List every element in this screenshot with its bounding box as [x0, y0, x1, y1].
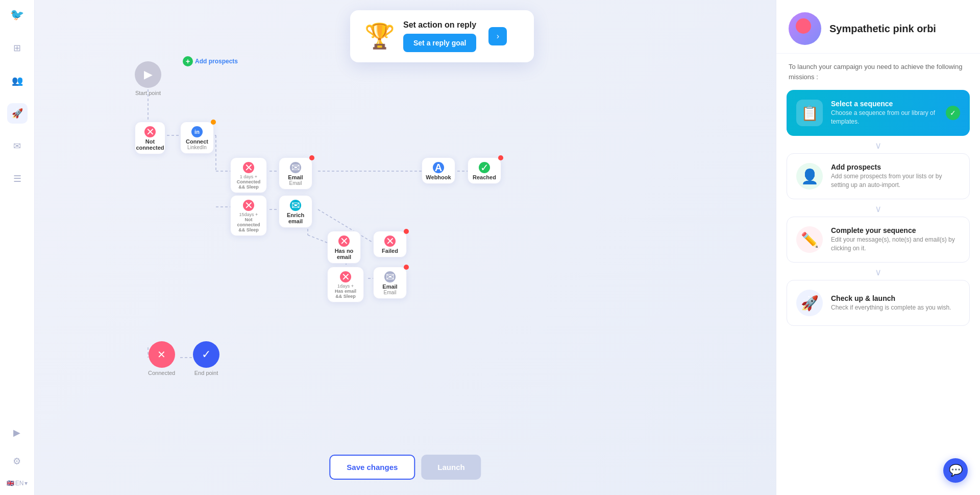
sidebar-item-users[interactable]: 👥 — [7, 70, 28, 91]
add-prospects-mission-icon: 👤 — [801, 168, 819, 185]
connected-bottom-node[interactable]: ✕ Connected — [148, 341, 175, 376]
save-changes-button[interactable]: Save changes — [329, 455, 415, 480]
connect-title: Connect — [186, 138, 208, 145]
select-sequence-text: Select a sequence Choose a sequence from… — [831, 100, 938, 126]
flag-icon: 🇬🇧 — [7, 480, 14, 487]
not-connected-icon: ✕ — [144, 126, 156, 137]
campaign-title: Sympathetic pink orbi — [829, 23, 936, 35]
has-email-sleep-node[interactable]: ✕ 1days +Has email&& Sleep — [327, 267, 364, 302]
red-dot-2 — [404, 265, 409, 270]
check-launch-title: Check up & launch — [831, 294, 951, 302]
sidebar-item-menu[interactable]: ☰ — [7, 169, 28, 189]
reached-icon: ✓ — [479, 162, 490, 173]
has-email-sleep-icon: ✕ — [340, 271, 351, 282]
chat-bubble-button[interactable]: 💬 — [943, 458, 968, 483]
mission-select-sequence[interactable]: 📋 Select a sequence Choose a sequence fr… — [787, 90, 970, 136]
add-prospects-mission-desc: Add some prospects from your lists or by… — [831, 172, 960, 190]
red-dot-reached — [498, 155, 503, 160]
chevron-1: ∨ — [787, 138, 970, 153]
bottom-bar: Save changes Launch — [329, 455, 481, 480]
reached-title: Reached — [473, 174, 496, 180]
chevron-2: ∨ — [787, 201, 970, 217]
sidebar-item-settings[interactable]: ⚙ — [7, 451, 27, 472]
sidebar-item-home[interactable]: ⊞ — [7, 38, 28, 58]
has-no-email-icon: ✕ — [338, 235, 350, 247]
add-prospects-button[interactable]: + Add prospects — [183, 56, 238, 66]
complete-sequence-text: Complete your sequence Edit your message… — [831, 226, 960, 253]
check-launch-text: Check up & launch Check if everything is… — [831, 294, 951, 312]
connected-sleep-node[interactable]: ✕ 1 days +Connected&& Sleep — [230, 157, 267, 193]
add-prospects-mission-title: Add prospects — [831, 163, 960, 171]
reply-goal-popup: 🏆 Set action on reply Set a reply goal › — [350, 10, 534, 62]
end-circle-icon: ✓ — [193, 341, 219, 368]
chevron-down-icon: ▾ — [24, 480, 28, 487]
add-prospects-text: Add prospects Add some prospects from yo… — [831, 163, 960, 190]
complete-sequence-desc: Edit your message(s), note(s) and email(… — [831, 235, 960, 253]
sidebar-item-play[interactable]: ▶ — [7, 422, 27, 443]
not-connected-sleep-icon: ✕ — [243, 200, 254, 211]
sidebar-item-email[interactable]: ✉ — [7, 136, 28, 156]
linkedin-icon: in — [191, 126, 203, 137]
not-connected-node[interactable]: ✕ Notconnected — [135, 122, 165, 154]
select-sequence-icon: 📋 — [801, 105, 819, 122]
red-dot-1 — [309, 155, 314, 160]
not-connected-title: Notconnected — [136, 138, 164, 151]
select-sequence-check: ✓ — [946, 106, 960, 120]
campaign-avatar — [789, 12, 821, 45]
sidebar-item-campaigns[interactable]: 🚀 — [7, 103, 28, 124]
end-label: End point — [194, 370, 218, 376]
mission-complete-sequence[interactable]: ✏️ Complete your sequence Edit your mess… — [787, 217, 970, 263]
right-panel: Sympathetic pink orbi To launch your cam… — [776, 0, 980, 495]
email-node-2[interactable]: ✉ Email Email — [373, 267, 407, 299]
check-launch-desc: Check if everything is complete as you w… — [831, 303, 951, 312]
sidebar-bottom: ▶ ⚙ 🇬🇧 EN ▾ — [7, 422, 28, 487]
failed-icon: ✕ — [384, 235, 396, 247]
email-1-label: Email — [289, 180, 302, 186]
failed-title: Failed — [382, 248, 398, 254]
email-1-title: Email — [288, 174, 303, 180]
mission-check-launch[interactable]: 🚀 Check up & launch Check if everything … — [787, 280, 970, 326]
plus-circle-icon: + — [183, 56, 193, 66]
mission-add-prospects[interactable]: 👤 Add prospects Add some prospects from … — [787, 153, 970, 199]
connected-sleep-icon: ✕ — [243, 162, 254, 173]
orange-dot — [211, 120, 216, 125]
launch-button[interactable]: Launch — [421, 455, 481, 480]
failed-node[interactable]: ✕ Failed — [373, 231, 407, 257]
reached-node[interactable]: ✓ Reached — [468, 157, 501, 184]
end-node[interactable]: ✓ End point — [193, 341, 219, 376]
enrich-title: Enrichemail — [287, 212, 304, 224]
connected-bottom-label: Connected — [148, 370, 175, 376]
panel-subtitle: To launch your campaign you need to achi… — [776, 54, 980, 90]
start-node[interactable]: ▶ Start point — [135, 61, 161, 96]
connected-circle-icon: ✕ — [149, 341, 175, 368]
chevron-3: ∨ — [787, 265, 970, 280]
connect-linkedin-node[interactable]: in Connect LinkedIn — [180, 122, 214, 154]
sidebar: 🐦 ⊞ 👥 🚀 ✉ ☰ ▶ ⚙ 🇬🇧 EN ▾ — [0, 0, 35, 495]
has-no-email-node[interactable]: ✕ Has noemail — [327, 231, 361, 264]
flow-canvas-area: 🏆 Set action on reply Set a reply goal › — [35, 0, 776, 495]
linkedin-label: LinkedIn — [187, 145, 207, 150]
webhook-node[interactable]: A Webhook — [422, 157, 455, 184]
svg-line-12 — [308, 235, 327, 243]
check-launch-icon: 🚀 — [801, 295, 819, 312]
enrich-email-node[interactable]: ✉ Enrichemail — [279, 195, 312, 228]
email-node-1[interactable]: ✉ Email Email — [279, 157, 312, 190]
complete-sequence-title: Complete your sequence — [831, 226, 960, 234]
webhook-title: Webhook — [426, 174, 451, 180]
reply-goal-arrow-button[interactable]: › — [488, 27, 507, 45]
red-dot-failed — [404, 229, 409, 234]
select-sequence-icon-wrap: 📋 — [796, 100, 823, 126]
action-on-reply-title: Set action on reply — [403, 20, 476, 30]
has-no-email-title: Has noemail — [335, 248, 354, 260]
webhook-icon: A — [433, 162, 444, 173]
has-email-sleep-label: 1days +Has email&& Sleep — [335, 284, 356, 299]
app-logo[interactable]: 🐦 — [10, 8, 24, 21]
not-connected-sleep-label: 15days +Notconnected&& Sleep — [237, 212, 260, 232]
language-selector[interactable]: 🇬🇧 EN ▾ — [7, 480, 28, 487]
not-connected-sleep-node[interactable]: ✕ 15days +Notconnected&& Sleep — [230, 195, 267, 236]
complete-sequence-icon-wrap: ✏️ — [796, 226, 823, 253]
set-reply-goal-button[interactable]: Set a reply goal — [403, 34, 476, 52]
trophy-icon: 🏆 — [364, 22, 395, 51]
connected-sleep-label: 1 days +Connected&& Sleep — [237, 174, 261, 190]
select-sequence-desc: Choose a sequence from our library of te… — [831, 109, 938, 126]
